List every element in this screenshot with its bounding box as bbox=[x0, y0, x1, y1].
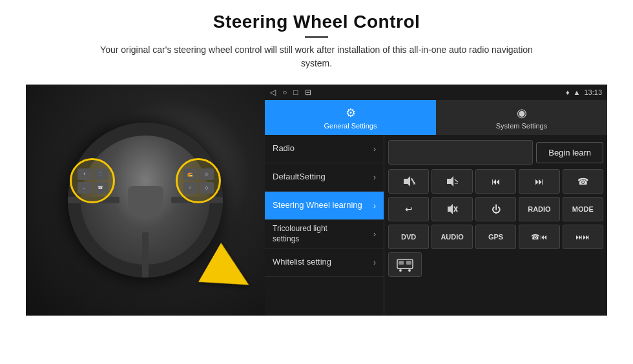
mode-button[interactable]: MODE bbox=[563, 197, 603, 221]
gear-icon: ⚙ bbox=[346, 106, 356, 120]
skip-forward-button[interactable]: ⏭⏭ bbox=[563, 225, 603, 249]
bus-icon-button[interactable] bbox=[388, 252, 422, 277]
phone-prev-button[interactable]: ☎⏮ bbox=[519, 225, 559, 249]
title-divider bbox=[305, 36, 328, 38]
next-track-button[interactable]: ⏭ bbox=[519, 169, 559, 194]
power-button[interactable]: ⏻ bbox=[475, 197, 516, 221]
steering-controls-panel: Begin learn + – ⏮ ⏭ ☎ bbox=[384, 135, 607, 316]
chevron-right-icon: › bbox=[373, 258, 376, 267]
radio-display-box bbox=[388, 140, 533, 165]
android-ui-panel: ◁ ○ □ ⊟ ♦ ▲ 13:13 ⚙ General Settings bbox=[265, 85, 607, 316]
chevron-right-icon: › bbox=[373, 230, 376, 239]
steering-wheel-image: + 🎵 – ☎ 📻 ◇ ○ ◇ bbox=[26, 85, 265, 316]
svg-rect-11 bbox=[399, 261, 404, 265]
signal-icon: ▲ bbox=[574, 88, 581, 96]
chevron-right-icon: › bbox=[373, 201, 376, 210]
mini-btn: ☎ bbox=[94, 182, 108, 194]
controls-row-3: DVD AUDIO GPS ☎⏮ ⏭⏭ bbox=[388, 225, 603, 249]
recents-nav-icon[interactable]: □ bbox=[293, 88, 298, 97]
begin-learn-button[interactable]: Begin learn bbox=[536, 142, 603, 163]
page-subtitle: Your original car's steering wheel contr… bbox=[90, 43, 543, 70]
right-control-circle: 📻 ◇ ○ ◇ bbox=[176, 158, 221, 203]
tab-general-label: General Settings bbox=[324, 122, 377, 130]
menu-item-whitelist[interactable]: Whitelist setting › bbox=[265, 248, 384, 277]
svg-point-13 bbox=[399, 269, 402, 272]
settings-main-content: Radio › DefaultSetting › Steering Wheel … bbox=[265, 135, 607, 316]
svg-text:+: + bbox=[412, 180, 415, 187]
location-icon: ♦ bbox=[566, 88, 570, 96]
chevron-right-icon: › bbox=[373, 145, 376, 154]
mini-btn: – bbox=[78, 182, 92, 194]
arrow-indicator bbox=[207, 251, 252, 296]
controls-row-1: + – ⏮ ⏭ ☎ bbox=[388, 169, 603, 194]
vol-down-button[interactable]: – bbox=[431, 169, 472, 194]
prev-track-button[interactable]: ⏮ bbox=[475, 169, 516, 194]
menu-steering-label: Steering Wheel learning bbox=[273, 200, 373, 211]
svg-marker-7 bbox=[448, 204, 453, 214]
mini-btn: + bbox=[78, 168, 92, 180]
mini-btn: ◇ bbox=[200, 168, 214, 180]
menu-item-steering[interactable]: Steering Wheel learning › bbox=[265, 192, 384, 220]
menu-default-label: DefaultSetting bbox=[273, 172, 373, 183]
menu-item-tricoloured[interactable]: Tricoloured lightsettings › bbox=[265, 220, 384, 248]
svg-marker-0 bbox=[404, 176, 410, 187]
menu-radio-label: Radio bbox=[273, 143, 373, 154]
answer-call-button[interactable]: ↩ bbox=[388, 197, 429, 221]
svg-text:–: – bbox=[455, 180, 458, 187]
mini-btn: ◇ bbox=[200, 182, 214, 194]
tab-system-settings[interactable]: ◉ System Settings bbox=[436, 100, 607, 135]
svg-rect-12 bbox=[406, 261, 411, 265]
clock: 13:13 bbox=[584, 88, 602, 96]
menu-item-radio[interactable]: Radio › bbox=[265, 135, 384, 163]
back-nav-icon[interactable]: ◁ bbox=[270, 88, 276, 97]
gps-button[interactable]: GPS bbox=[475, 225, 516, 249]
system-icon: ◉ bbox=[517, 106, 527, 120]
chevron-right-icon: › bbox=[373, 173, 376, 182]
controls-row-4 bbox=[388, 252, 603, 277]
tab-system-label: System Settings bbox=[496, 122, 547, 130]
vol-up-button[interactable]: + bbox=[388, 169, 429, 194]
radio-learn-row: Begin learn bbox=[388, 139, 603, 166]
menu-nav-icon[interactable]: ⊟ bbox=[305, 88, 311, 97]
radio-mode-button[interactable]: RADIO bbox=[519, 197, 559, 221]
tab-general-settings[interactable]: ⚙ General Settings bbox=[265, 100, 436, 135]
settings-tab-bar: ⚙ General Settings ◉ System Settings bbox=[265, 100, 607, 135]
phone-button-1[interactable]: ☎ bbox=[563, 169, 603, 194]
mute-button[interactable] bbox=[431, 197, 472, 221]
content-area: + 🎵 – ☎ 📻 ◇ ○ ◇ bbox=[26, 85, 607, 316]
home-nav-icon[interactable]: ○ bbox=[282, 88, 287, 97]
menu-whitelist-label: Whitelist setting bbox=[273, 257, 373, 268]
svg-marker-4 bbox=[447, 176, 453, 187]
settings-menu: Radio › DefaultSetting › Steering Wheel … bbox=[265, 135, 384, 316]
mini-btn: 📻 bbox=[183, 168, 198, 180]
dvd-button[interactable]: DVD bbox=[388, 225, 429, 249]
page-title: Steering Wheel Control bbox=[90, 12, 543, 32]
controls-row-2: ↩ ⏻ RADIO MODE bbox=[388, 197, 603, 221]
menu-tricoloured-label: Tricoloured lightsettings bbox=[273, 224, 373, 244]
left-control-circle: + 🎵 – ☎ bbox=[70, 158, 115, 203]
mini-btn: ○ bbox=[183, 182, 198, 194]
status-indicators: ♦ ▲ 13:13 bbox=[566, 88, 602, 96]
svg-point-14 bbox=[408, 269, 411, 272]
status-bar: ◁ ○ □ ⊟ ♦ ▲ 13:13 bbox=[265, 85, 607, 100]
menu-item-default-setting[interactable]: DefaultSetting › bbox=[265, 163, 384, 192]
nav-buttons: ◁ ○ □ ⊟ bbox=[270, 88, 311, 97]
mini-btn: 🎵 bbox=[94, 168, 108, 180]
audio-button[interactable]: AUDIO bbox=[431, 225, 472, 249]
